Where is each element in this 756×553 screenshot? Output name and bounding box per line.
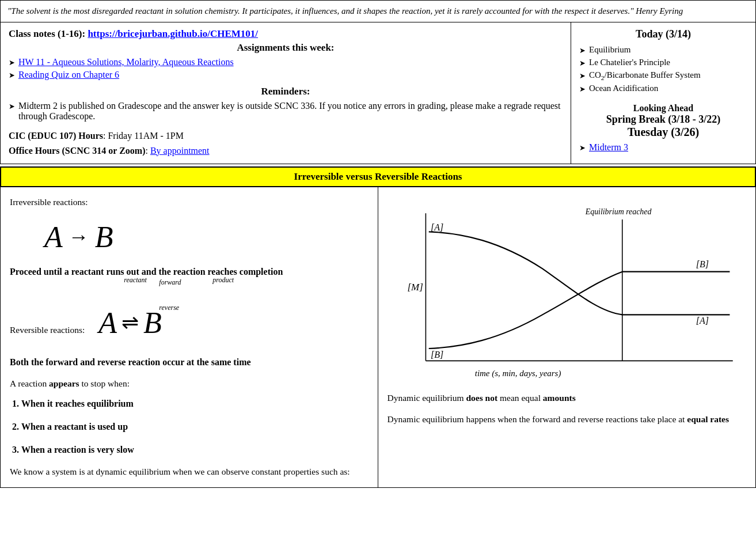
letter-A-rev: A xyxy=(98,299,117,347)
content-right: [M] [A] [B] [B] [A] Equilibrium reached … xyxy=(378,187,756,487)
midterm3-link[interactable]: Midterm 3 xyxy=(589,142,628,153)
office-hours: Office Hours (SCNC 314 or Zoom): By appo… xyxy=(9,143,563,158)
appears-text: A reaction appears to stop when: xyxy=(10,377,368,391)
svg-text:[A]: [A] xyxy=(430,222,443,232)
reminder-item: Midterm 2 is published on Gradescope and… xyxy=(9,101,563,122)
proceed-text: Proceed until a reactant runs out and th… xyxy=(10,264,368,279)
today-item-4: Ocean Acidification xyxy=(579,84,747,94)
forward-label: forward xyxy=(159,277,181,288)
arrow-right-icon: → xyxy=(69,221,89,254)
looking-ahead: Looking Ahead Spring Break (3/18 - 3/22)… xyxy=(579,103,747,153)
info-grid: Class notes (1-16): https://bricejurban.… xyxy=(0,22,756,164)
numbered-list: When it reaches equilibrium When a react… xyxy=(21,396,368,457)
content-grid: Irreversible reactions: A → B Proceed un… xyxy=(0,187,756,488)
dynamic-eq-label: Dynamic equilibrium xyxy=(388,393,466,403)
reversible-section: Reversible reactions: reactant forward r… xyxy=(10,285,368,347)
svg-text:time (s, min, days, years): time (s, min, days, years) xyxy=(474,369,561,378)
reminders-title: Reminders: xyxy=(9,86,563,97)
today-item-3: CO2/Bicarbonate Buffer System xyxy=(579,70,747,81)
m-axis-label: [M] xyxy=(407,282,423,293)
list-item-3: When a reaction is very slow xyxy=(21,442,368,457)
midterm3-item: Midterm 3 xyxy=(579,142,747,153)
quote-text: "The solvent is the most disregarded rea… xyxy=(7,6,683,16)
irreversible-section: Irreversible reactions: A → B Proceed un… xyxy=(10,195,368,279)
svg-text:[B]: [B] xyxy=(430,350,443,359)
list-item-1: When it reaches equilibrium xyxy=(21,396,368,411)
dynamic-eq-1: Dynamic equilibrium does not mean equal … xyxy=(388,391,747,406)
hw-link-item: HW 11 - Aqueous Solutions, Molarity, Aqu… xyxy=(9,57,563,67)
graph-container: [M] [A] [B] [B] [A] Equilibrium reached … xyxy=(388,201,747,385)
does-not-label: does not xyxy=(466,393,497,403)
equilibrium-graph: [M] [A] [B] [B] [A] Equilibrium reached … xyxy=(388,201,747,385)
cic-hours: CIC (EDUC 107) Hours: Friday 11AM - 1PM xyxy=(9,128,563,143)
today-item-1: Equilibrium xyxy=(579,45,747,55)
info-left: Class notes (1-16): https://bricejurban.… xyxy=(1,22,571,164)
reverse-label: reverse xyxy=(159,302,179,313)
letter-B-irrev: B xyxy=(95,213,113,261)
assignments-title: Assignments this week: xyxy=(9,42,563,54)
double-arrow-icon: ⇌ xyxy=(121,306,139,340)
hours-section: CIC (EDUC 107) Hours: Friday 11AM - 1PM … xyxy=(9,128,563,158)
we-know: We know a system is at dynamic equilibri… xyxy=(10,465,368,479)
svg-text:[A]: [A] xyxy=(696,316,708,326)
today-title: Today (3/14) xyxy=(579,28,747,40)
appears-label: A reaction xyxy=(10,378,47,388)
quiz-link[interactable]: Reading Quiz on Chapter 6 xyxy=(18,70,119,80)
irreversible-label: Irreversible reactions: xyxy=(10,197,88,207)
dynamic-eq-2: Dynamic equilibrium happens when the for… xyxy=(388,412,747,427)
letter-A-irrev: A xyxy=(44,213,63,261)
svg-text:[B]: [B] xyxy=(696,259,708,269)
class-notes-label: Class notes (1-16): https://bricejurban.… xyxy=(9,28,563,40)
both-text: Both the forward and reverse reaction oc… xyxy=(10,355,368,370)
reversible-label: Reversible reactions: xyxy=(10,325,85,335)
reminder-text: Midterm 2 is published on Gradescope and… xyxy=(18,101,563,122)
list-item-2: When a reactant is used up xyxy=(21,419,368,434)
reactant-label: reactant xyxy=(124,275,147,286)
equal-rates-label: equal rates xyxy=(687,414,729,424)
info-right: Today (3/14) Equilibrium Le Chatelier's … xyxy=(571,22,755,164)
quote-box: "The solvent is the most disregarded rea… xyxy=(0,0,756,22)
office-hours-link[interactable]: By appointment xyxy=(150,146,210,156)
svg-text:Equilibrium reached: Equilibrium reached xyxy=(584,208,651,217)
appears-bold: appears xyxy=(49,378,79,388)
section-header: Irreversible versus Reversible Reactions xyxy=(0,166,756,187)
quiz-link-item: Reading Quiz on Chapter 6 xyxy=(9,70,563,80)
looking-ahead-title: Looking Ahead xyxy=(579,103,747,113)
content-left: Irreversible reactions: A → B Proceed un… xyxy=(1,187,378,487)
today-item-2: Le Chatelier's Principle xyxy=(579,58,747,68)
amounts-label: amounts xyxy=(543,393,576,403)
hw-link[interactable]: HW 11 - Aqueous Solutions, Molarity, Aqu… xyxy=(18,57,234,67)
tuesday: Tuesday (3/26) xyxy=(579,126,747,139)
spring-break: Spring Break (3/18 - 3/22) xyxy=(579,113,747,126)
product-label: product xyxy=(212,275,234,286)
class-notes-link[interactable]: https://bricejurban.github.io/CHEM101/ xyxy=(88,28,258,39)
